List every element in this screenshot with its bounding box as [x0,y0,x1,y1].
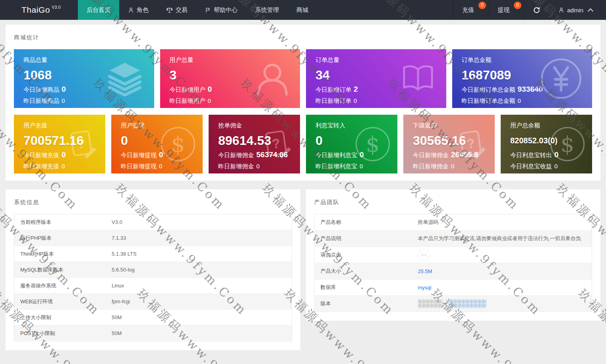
row-value: 5.6.50-log [106,262,292,278]
recharge-label: 充值 [462,6,474,14]
row-value: 本产品只为学习测试交流,请勿要做商业或者用于违法行为,一切后果自负 [412,231,592,247]
card-line-label: 今日利息宝收益 [510,163,552,169]
stat-card-order-amount: 订单总金额 1687089 今日新增订单总金额933640 昨日新增订单总金额0 [452,49,592,108]
card-line-label: 今日新增订单总金额 [462,86,515,93]
panel-title: 系统信息 [14,193,292,206]
row-value: 7.1.33 [106,230,292,246]
nav-item-label: 后台首页 [87,6,110,14]
card-line-label: 今日新增提现 [121,152,157,158]
card-line-label: 今日新增佣金 [218,152,254,158]
card-line-label: 昨日新增佣金 [413,163,449,169]
card-line-value: 0 [62,97,65,104]
user-icon [128,7,134,13]
stat-cards-row2: 用户充值 700571.16 今日新增充值0 昨日新增充值0 ? 用户提现 0 … [14,115,592,173]
row-label: MySQL数据库版本 [14,262,106,278]
table-row: 数据库 mysql [314,279,592,296]
table-row: 产品大小 25.5M [314,263,592,279]
stat-card-orders-total: 订单总量 34 今日新增订单2 昨日新增订单0 [306,49,446,108]
dollar-circle-icon: $ [548,124,587,164]
stat-card-user-balance: 用户总余额 820852.03(0) 今日利息宝转出0 今日利息宝收益0 $ [501,115,592,173]
nav-item-mall[interactable]: 商城 [288,0,317,20]
stat-card-users-total: 用户总量 3 今日新增用户0 昨日新增用户0 [160,49,300,108]
card-line-label: 昨日新增充值 [23,163,59,169]
person-icon [251,58,291,99]
row-label: 产品大小 [314,263,412,279]
withdraw-button[interactable]: 提现 0 [488,0,524,20]
table-row: WEB运行环境fpm-fcgi [14,294,292,310]
row-label: 产品名称 [314,214,412,231]
layers-icon [104,58,145,99]
main-content: 商城统计 商品总量 1068 今日新增商品0 昨日新增商品0 用户总量 3 今日… [0,20,606,355]
doc-question-icon: ? [64,126,101,162]
broken-image-404[interactable]: 404 [418,249,430,261]
recharge-button[interactable]: 充值 0 [453,0,488,20]
row-value: 5.1.38 LTS [106,246,292,262]
doc-question-icon: ? [259,126,295,162]
table-row: MySQL数据库版本5.6.50-log [14,262,292,278]
dollar-circle-icon: $ [353,124,393,164]
card-line-label: 昨日新增订单总金额 [462,97,515,104]
row-label: 版本 [314,296,412,312]
nav-item-roles[interactable]: 角色 [119,0,157,20]
card-line-label: 昨日新增提现 [121,163,157,169]
card-line-value: 0 [518,97,521,104]
nav-item-system-manage[interactable]: 系统管理 [246,0,288,20]
table-row: 产品名称抢单源码 [314,214,592,231]
card-line-label: 今日新增用户 [170,86,205,93]
card-line-value: 0 [256,163,259,169]
table-row: 请勿点击 404 [314,247,592,263]
refresh-icon [533,6,540,14]
stat-card-user-recharge: 用户充值 700571.16 今日新增充值0 昨日新增充值0 ? [14,115,105,173]
flag-icon [205,7,211,13]
mall-stats-panel: 商城统计 商品总量 1068 今日新增商品0 昨日新增商品0 用户总量 3 今日… [6,25,600,181]
svg-text:$: $ [171,131,185,157]
product-team-panel: 产品团队 产品名称抢单源码 产品说明本产品只为学习测试交流,请勿要做商业或者用于… [306,189,601,321]
product-size-link[interactable]: 25.5M [418,268,432,274]
table-row: ThinkPHP版本5.1.38 LTS [14,246,292,262]
refresh-button[interactable] [524,0,549,20]
dollar-circle-icon: $ [158,124,198,164]
row-label: 当前程序版本 [14,214,106,230]
card-line-value: 0 [62,163,65,169]
nav-item-label: 帮助中心 [214,6,238,14]
nav-item-label: 角色 [137,6,149,14]
row-label: 请勿点击 [314,247,412,263]
row-label: WEB运行环境 [14,294,106,310]
chevron-up-icon [588,8,593,13]
database-link[interactable]: mysql [418,285,432,291]
card-line-label: 今日新增佣金 [413,152,449,158]
nav-item-help-center[interactable]: 帮助中心 [196,0,246,20]
table-row: 服务器操作系统Linux [14,278,292,294]
stat-cards-row1: 商品总量 1068 今日新增商品0 昨日新增商品0 用户总量 3 今日新增用户0… [14,49,592,108]
row-value: 50M [106,325,292,341]
stat-card-sub-rebate: 下级返佣 30565.16 今日新增佣金26495.8 昨日新增佣金0 ? [403,115,495,173]
book-icon [399,59,438,98]
card-line-label: 今日新增充值 [23,152,59,158]
nav-item-trade[interactable]: 交易 [157,0,196,20]
brand-name: ThaiGo [21,5,50,15]
row-value: 50M [106,310,292,325]
card-line-label: 今日新增利息宝 [316,152,357,158]
svg-text:?: ? [466,135,476,151]
nav-item-label: 交易 [176,6,188,14]
user-menu[interactable]: admin [549,0,601,20]
stat-card-interest-in: 利息宝转入 0 今日新增利息宝0 昨日新增利息宝0 $ [306,115,397,173]
stat-card-goods-total: 商品总量 1068 今日新增商品0 昨日新增商品0 [14,49,154,108]
system-info-table: 当前程序版本V3.0 运行PHP版本7.1.33 ThinkPHP版本5.1.3… [14,214,292,341]
nav-item-home[interactable]: 后台首页 [78,0,119,20]
brand-logo[interactable]: ThaiGo V3.0 [0,0,78,20]
yen-circle-icon [539,56,583,101]
table-row: 运行PHP版本7.1.33 [14,230,292,246]
card-line-value: 2 [354,85,358,93]
main-nav: 后台首页 角色 交易 帮助中心 系统管理 商城 [78,0,317,20]
table-row: 版本 [314,296,592,312]
stat-card-user-withdraw: 用户提现 0 今日新增提现0 昨日新增提现0 $ [111,115,203,173]
table-row: 上传大小限制50M [14,310,292,325]
card-line-value: 0 [451,163,454,169]
row-value: fpm-fcgi [106,294,292,310]
withdraw-badge: 0 [514,2,521,9]
nav-item-label: 系统管理 [255,6,279,14]
row-label: 数据库 [314,279,412,296]
user-icon [558,7,564,13]
product-team-table: 产品名称抢单源码 产品说明本产品只为学习测试交流,请勿要做商业或者用于违法行为,… [314,214,592,312]
